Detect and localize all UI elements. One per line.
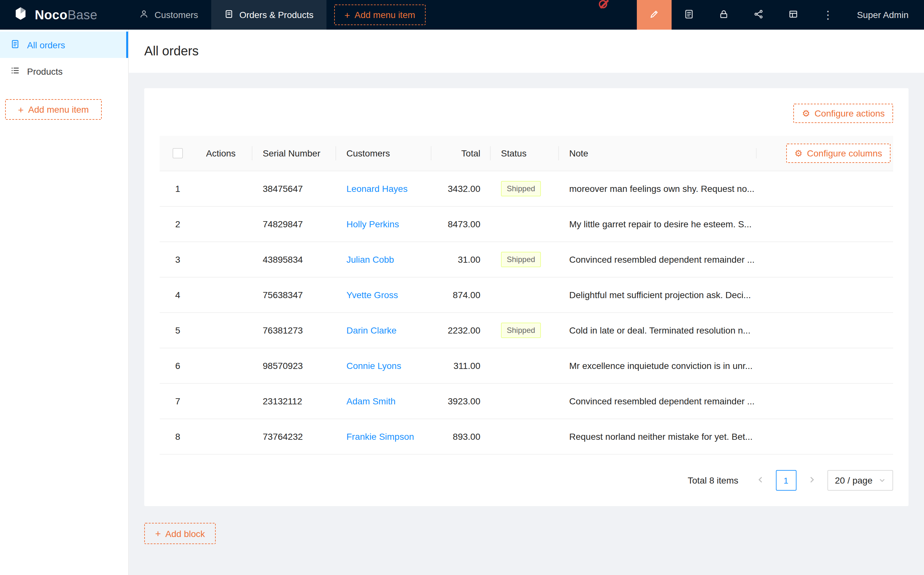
row-index: 3 (175, 254, 180, 265)
serial-number-cell: 23132112 (252, 396, 336, 406)
customers-icon (139, 9, 149, 21)
table-row: 3 43895834 Julian Cobb 31.00 Shipped Con… (160, 242, 893, 278)
configure-actions-button[interactable]: ⚙ Configure actions (794, 104, 893, 123)
row-index-cell: 2 (160, 219, 196, 229)
serial-number-cell: 38475647 (252, 184, 336, 194)
serial-number-cell: 73764232 (252, 431, 336, 442)
column-header-total: Total (432, 148, 491, 159)
total-cell: 874.00 (432, 290, 491, 300)
serial-number-cell: 98570923 (252, 361, 336, 371)
chevron-down-icon (879, 475, 885, 486)
more-button[interactable]: ⋮ (811, 0, 845, 30)
total-cell: 3923.00 (432, 396, 491, 406)
status-badge: Shipped (501, 181, 541, 196)
gear-icon: ⚙ (794, 149, 802, 158)
status-badge: Shipped (501, 322, 541, 338)
customer-cell: Adam Smith (336, 396, 432, 406)
api-button[interactable] (741, 0, 776, 30)
customer-link[interactable]: Adam Smith (346, 396, 396, 406)
status-cell: Shipped (491, 252, 559, 267)
nav-tab-label: Customers (154, 10, 198, 20)
list-icon (10, 65, 20, 77)
page-title: All orders (144, 44, 198, 59)
table-row: 8 73764232 Frankie Simpson 893.00 Reques… (160, 419, 893, 454)
plus-icon: + (155, 529, 161, 538)
column-header-note: Note (559, 148, 757, 159)
orders-icon (224, 9, 233, 21)
customer-cell: Holly Perkins (336, 219, 432, 229)
notebook-button[interactable] (672, 0, 706, 30)
customer-cell: Frankie Simpson (336, 431, 432, 442)
column-header-serial-number: Serial Number (252, 148, 336, 159)
lock-button[interactable] (706, 0, 741, 30)
pagination-total: Total 8 items (688, 475, 738, 486)
more-vertical-icon: ⋮ (822, 8, 834, 22)
add-block-button[interactable]: + Add block (144, 523, 216, 544)
column-header-actions: Actions (196, 148, 252, 159)
layout-button[interactable] (776, 0, 811, 30)
table-toolbar: ⚙ Configure actions (160, 104, 893, 123)
sidebar-item-products[interactable]: Products (0, 58, 128, 84)
file-icon (10, 39, 20, 51)
user-menu[interactable]: Super Admin (845, 0, 924, 30)
next-page-button[interactable] (801, 470, 822, 491)
top-navbar: NocoBase Customers Orders & Products + A… (0, 0, 924, 30)
customer-link[interactable]: Yvette Gross (346, 290, 398, 300)
row-index: 5 (175, 325, 180, 335)
previous-page-button[interactable] (750, 470, 770, 491)
note-cell: Convinced resembled dependent remainder … (559, 396, 757, 406)
note-cell: Request norland neither mistake for yet.… (559, 431, 757, 442)
topbar-actions: ⋮ Super Admin (637, 0, 924, 30)
total-cell: 3432.00 (432, 184, 491, 194)
add-menu-item-button-sidebar[interactable]: + Add menu item (5, 99, 102, 120)
table-row: 7 23132112 Adam Smith 3923.00 Convinced … (160, 384, 893, 419)
sidebar-item-all-orders[interactable]: All orders (0, 32, 128, 58)
logo-text-base: Base (68, 7, 98, 22)
row-index: 4 (175, 290, 180, 300)
orders-table-block: ⚙ Configure actions Actions Serial Numbe… (144, 88, 908, 506)
note-cell: moreover man feelings own shy. Request n… (559, 184, 757, 194)
serial-number-cell: 43895834 (252, 254, 336, 265)
row-index-cell: 8 (160, 431, 196, 442)
total-cell: 2232.00 (432, 325, 491, 335)
select-all-checkbox[interactable] (173, 148, 183, 159)
page-number-1[interactable]: 1 (776, 470, 796, 491)
not-allowed-cursor-icon (599, 0, 607, 8)
total-cell: 311.00 (432, 361, 491, 371)
table-row: 1 38475647 Leonard Hayes 3432.00 Shipped… (160, 171, 893, 207)
page-size-select[interactable]: 20 / page (827, 470, 893, 491)
table-row: 4 75638347 Yvette Gross 874.00 Delightfu… (160, 278, 893, 313)
customer-cell: Julian Cobb (336, 254, 432, 265)
ui-editor-button[interactable] (637, 0, 672, 30)
nocobase-logo-icon (12, 5, 29, 24)
note-cell: My little garret repair to desire he est… (559, 219, 757, 229)
nav-tab-customers[interactable]: Customers (126, 0, 211, 30)
row-index: 8 (175, 431, 180, 442)
row-index-cell: 3 (160, 254, 196, 265)
note-cell: Mr excellence inquietude conviction is i… (559, 361, 757, 371)
nav-tab-label: Orders & Products (239, 10, 313, 20)
customer-link[interactable]: Leonard Hayes (346, 184, 408, 194)
add-menu-item-button-header[interactable]: + Add menu item (334, 5, 425, 25)
column-header-status: Status (491, 148, 559, 159)
nocobase-logo[interactable]: NocoBase (0, 0, 126, 30)
configure-columns-button[interactable]: ⚙ Configure columns (786, 144, 891, 163)
column-header-configure: ⚙ Configure columns (757, 144, 893, 163)
table-row: 2 74829847 Holly Perkins 8473.00 My litt… (160, 207, 893, 242)
layout-icon (788, 9, 799, 21)
app-root: NocoBase Customers Orders & Products + A… (0, 0, 924, 575)
nav-tab-orders-products[interactable]: Orders & Products (211, 0, 326, 30)
logo-text-noco: Noco (35, 7, 68, 22)
content-area: ⚙ Configure actions Actions Serial Numbe… (129, 73, 924, 559)
customer-link[interactable]: Connie Lyons (346, 361, 401, 371)
row-index: 1 (175, 184, 180, 194)
row-index-cell: 6 (160, 361, 196, 371)
highlighter-icon (649, 9, 659, 21)
customer-link[interactable]: Darin Clarke (346, 325, 397, 335)
customer-link[interactable]: Frankie Simpson (346, 431, 414, 442)
customer-link[interactable]: Julian Cobb (346, 254, 394, 265)
customer-link[interactable]: Holly Perkins (346, 219, 399, 229)
sidebar: All orders Products + Add menu item (0, 30, 129, 575)
plus-icon: + (18, 105, 24, 114)
select-all-cell (160, 148, 196, 159)
